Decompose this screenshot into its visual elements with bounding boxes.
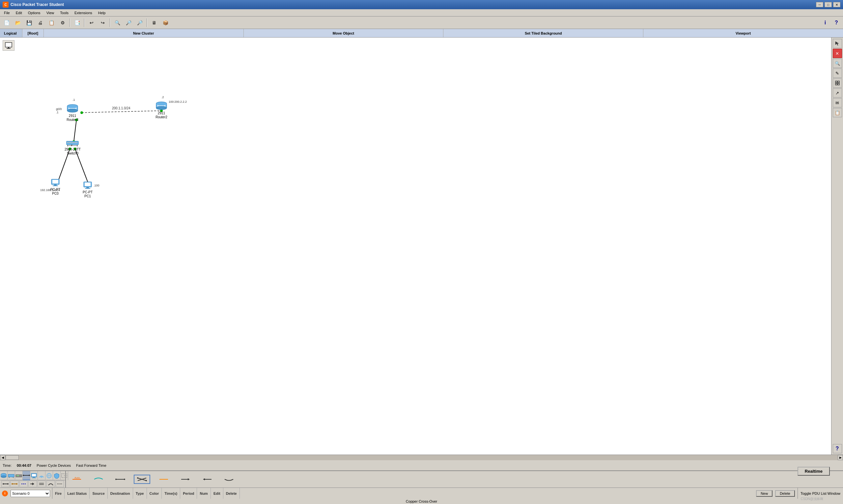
new-button[interactable]: 📄 — [1, 18, 12, 28]
inspect-button[interactable]: 🔍 — [112, 18, 123, 28]
device-cat-wireless[interactable] — [38, 471, 46, 480]
custom-device-button[interactable]: 📦 — [160, 18, 171, 28]
realtime-button[interactable]: Realtime — [797, 467, 830, 476]
pdu-complex-tool-btn[interactable]: 📋 — [833, 108, 842, 117]
device-cat-switches[interactable] — [7, 471, 15, 480]
save-button[interactable]: 💾 — [24, 18, 34, 28]
device-cat-wan[interactable] — [46, 471, 53, 480]
router2-node[interactable]: .2 100:200.2.2.2 2911 Router2 — [155, 101, 168, 119]
hscroll-right-btn[interactable]: ▶ — [838, 455, 843, 460]
device-sub-cat4[interactable] — [38, 481, 46, 487]
link-label-r3r2: 200.1.1.0/24 — [112, 106, 130, 110]
activity-button[interactable]: 📑 — [72, 18, 82, 28]
connection-copper-crossover[interactable] — [134, 475, 150, 484]
logical-label[interactable]: Logical — [0, 29, 22, 37]
svg-text:Auto: Auto — [74, 476, 80, 479]
svg-point-69 — [3, 483, 4, 485]
device-cat-connections[interactable] — [23, 471, 30, 480]
zoom-in-button[interactable]: 🔎 — [123, 18, 134, 28]
svg-point-82 — [115, 479, 116, 480]
new-cluster-btn[interactable]: New Cluster — [44, 29, 244, 37]
device-panel-left: ? — [0, 471, 66, 488]
connection-serial-dce[interactable] — [177, 475, 194, 483]
menu-file[interactable]: File — [1, 10, 13, 16]
connection-auto[interactable]: Auto — [69, 475, 85, 483]
svg-point-73 — [16, 483, 17, 485]
view-obj-button[interactable]: 🖥 — [149, 18, 159, 28]
maximize-button[interactable]: □ — [825, 2, 832, 7]
menu-options[interactable]: Options — [25, 10, 43, 16]
preferences-button[interactable]: ⚙ — [57, 18, 68, 28]
pdu-tool-btn[interactable]: ✉ — [833, 98, 842, 107]
logical-view-icon[interactable] — [3, 40, 15, 51]
switch0-icon — [66, 138, 79, 148]
router2-ip-label: 100:200.2.2.2 — [169, 100, 187, 104]
menu-help[interactable]: Help — [95, 10, 108, 16]
pdu-scenario-section: i Scenario 0 — [0, 488, 52, 499]
root-label[interactable]: [Root] — [22, 29, 44, 37]
canvas[interactable]: 200.1.1.0/24 .1 g0/0.1 2911 Rou — [0, 38, 831, 455]
statusbar: Time: 00:44:07 Power Cycle Devices Fast … — [0, 460, 843, 470]
power-cycle-btn[interactable]: Power Cycle Devices — [37, 464, 71, 467]
set-tiled-bg-btn[interactable]: Set Tiled Background — [443, 29, 643, 37]
connection-phone[interactable] — [221, 475, 237, 483]
app-icon: C — [3, 2, 8, 7]
router3-node[interactable]: .1 g0/0.1 2911 Router3 — [66, 104, 79, 122]
help-btn[interactable]: ? — [833, 444, 842, 453]
svg-rect-61 — [32, 478, 36, 478]
pc0-subnet-label: 192.168.1.0/24 — [40, 188, 60, 192]
device-sub-cat5[interactable] — [47, 481, 55, 487]
connection-copper-straight[interactable] — [112, 475, 128, 483]
hscroll-track[interactable] — [5, 455, 838, 460]
redo-button[interactable]: ↪ — [97, 18, 108, 28]
svg-rect-25 — [75, 142, 76, 143]
switch0-node[interactable]: 2960-24TT Switch0 — [65, 138, 81, 156]
move-tool-btn[interactable]: ↗ — [833, 88, 842, 97]
fast-forward-btn[interactable]: Fast Forward Time — [76, 464, 106, 467]
device-cat-security[interactable] — [53, 471, 60, 480]
device-sub-cat2[interactable] — [19, 481, 28, 487]
hscroll-thumb[interactable] — [5, 455, 19, 460]
select-tool-btn[interactable] — [833, 39, 842, 48]
hscroll-left-btn[interactable]: ◀ — [0, 455, 5, 460]
cluster-tool-btn[interactable] — [833, 78, 842, 88]
device-sub-cat1[interactable] — [10, 481, 18, 487]
menu-extensions[interactable]: Extensions — [72, 10, 95, 16]
help-info-button[interactable]: i — [820, 18, 830, 28]
svg-point-53 — [17, 475, 18, 476]
device-sub-cat3[interactable] — [28, 481, 37, 487]
connection-fiber[interactable] — [156, 475, 172, 483]
connection-serial-dte[interactable] — [199, 475, 215, 483]
connection-console[interactable] — [90, 475, 107, 483]
scenario-select[interactable]: Scenario 0 — [11, 490, 50, 497]
menu-edit[interactable]: Edit — [13, 10, 25, 16]
svg-point-13 — [156, 106, 167, 110]
device-cat-hubs[interactable] — [15, 471, 23, 480]
pc0-node[interactable]: 192.168.1.0/24 PC-PT PC0 — [50, 179, 60, 196]
delete-tool-btn[interactable]: ✕ — [833, 49, 842, 58]
device-sub-all[interactable] — [1, 481, 10, 487]
svg-marker-90 — [188, 478, 190, 480]
minimize-button[interactable]: ─ — [816, 2, 823, 7]
viewport-btn[interactable]: Viewport — [643, 29, 843, 37]
menu-view[interactable]: View — [44, 10, 57, 16]
menu-tools[interactable]: Tools — [57, 10, 71, 16]
device-cat-end-devices[interactable] — [30, 471, 38, 480]
help-question-button[interactable]: ? — [831, 18, 842, 28]
pdu-panel: i Scenario 0 Fire Last Status Source Des… — [0, 488, 843, 499]
svg-rect-37 — [85, 182, 91, 186]
zoom-out-button[interactable]: 🔎 — [134, 18, 145, 28]
print-button[interactable]: 🖨 — [35, 18, 46, 28]
open-button[interactable]: 📂 — [13, 18, 23, 28]
device-sub-cat6[interactable] — [56, 481, 64, 487]
move-object-btn[interactable]: Move Object — [244, 29, 444, 37]
device-cat-routers[interactable] — [0, 471, 7, 480]
close-button[interactable]: ✕ — [833, 2, 840, 7]
pc1-node[interactable]: .100 PC-PT PC1 — [82, 181, 93, 198]
pdu-delete-button[interactable]: Delete — [775, 490, 795, 497]
note-tool-btn[interactable]: ✎ — [833, 69, 842, 78]
copy-activity-button[interactable]: 📋 — [46, 18, 57, 28]
inspect-tool-btn[interactable]: 🔍 — [833, 59, 842, 68]
pdu-new-button[interactable]: New — [756, 490, 772, 497]
undo-button[interactable]: ↩ — [86, 18, 97, 28]
